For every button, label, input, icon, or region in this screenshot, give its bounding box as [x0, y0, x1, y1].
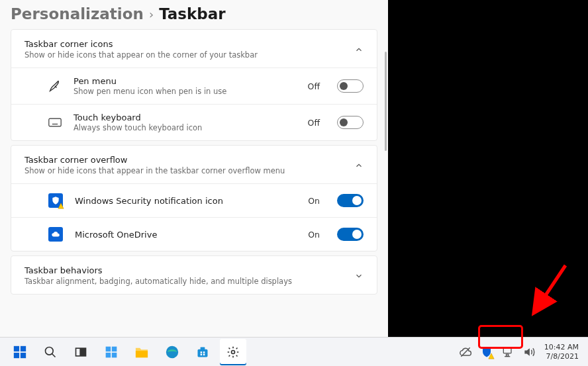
svg-rect-7: [14, 345, 19, 351]
onedrive-toggle[interactable]: [337, 228, 364, 241]
svg-rect-14: [81, 348, 86, 356]
svg-line-12: [52, 353, 56, 357]
svg-rect-16: [112, 346, 117, 351]
svg-rect-29: [503, 347, 511, 353]
svg-line-6: [539, 265, 565, 305]
svg-rect-10: [21, 352, 26, 357]
tray-onedrive-icon[interactable]: [458, 345, 473, 359]
chevron-up-icon: [354, 45, 364, 54]
clock-date: 7/8/2021: [546, 352, 579, 361]
svg-point-11: [46, 347, 54, 355]
chevron-up-icon: [354, 161, 364, 170]
row-pen-menu: Pen menu Show pen menu icon when pen is …: [11, 68, 377, 104]
card-behaviors: Taskbar behaviors Taskbar alignment, bad…: [11, 255, 377, 295]
breadcrumb: Personalization › Taskbar: [11, 0, 377, 29]
taskbar-pinned-apps: [5, 339, 246, 365]
corner-icons-sub: Show or hide icons that appear on the co…: [24, 50, 258, 60]
svg-rect-19: [136, 351, 148, 357]
corner-overflow-header[interactable]: Taskbar corner overflow Show or hide ico…: [11, 146, 377, 183]
row-touch-keyboard: Touch keyboard Always show touch keyboar…: [11, 104, 377, 140]
svg-rect-18: [112, 352, 117, 357]
touch-keyboard-sub: Always show touch keyboard icon: [74, 123, 296, 132]
behaviors-sub: Taskbar alignment, badging, automaticall…: [24, 277, 292, 286]
settings-app-button[interactable]: [220, 339, 246, 365]
svg-point-20: [166, 345, 178, 357]
taskbar: 10:42 AM 7/8/2021: [0, 337, 588, 366]
svg-rect-17: [106, 352, 111, 357]
widgets-button[interactable]: [98, 339, 124, 365]
annotation-arrow: [526, 259, 579, 318]
svg-rect-25: [201, 353, 203, 355]
pen-menu-sub: Show pen menu icon when pen is in use: [74, 87, 296, 96]
svg-rect-26: [203, 353, 205, 355]
pen-menu-title: Pen menu: [74, 76, 296, 86]
desktop-background: [388, 0, 588, 337]
search-button[interactable]: [37, 339, 64, 365]
svg-rect-0: [49, 118, 61, 126]
chevron-down-icon: [354, 271, 364, 281]
microsoft-store-button[interactable]: [189, 339, 216, 365]
touch-keyboard-toggle[interactable]: [337, 116, 364, 129]
chevron-right-icon: ›: [149, 7, 154, 21]
corner-overflow-title: Taskbar corner overflow: [24, 155, 285, 165]
windows-security-title: Windows Security notification icon: [75, 196, 296, 206]
task-view-button[interactable]: [68, 339, 94, 365]
svg-rect-9: [14, 352, 19, 357]
taskbar-clock[interactable]: 10:42 AM 7/8/2021: [540, 343, 583, 360]
windows-security-toggle[interactable]: [337, 194, 364, 207]
touch-keyboard-state: Off: [308, 118, 320, 128]
onedrive-title: Microsoft OneDrive: [75, 230, 296, 240]
svg-rect-8: [21, 345, 26, 351]
breadcrumb-current: Taskbar: [159, 5, 226, 23]
windows-security-icon: [48, 193, 63, 208]
behaviors-title: Taskbar behaviors: [24, 265, 292, 275]
svg-rect-21: [198, 349, 208, 357]
windows-security-state: On: [308, 196, 320, 206]
top-area: Personalization › Taskbar Taskbar corner…: [0, 0, 588, 337]
tray-windows-security-icon[interactable]: [479, 345, 494, 359]
tray-volume-icon[interactable]: [522, 345, 536, 359]
touch-keyboard-title: Touch keyboard: [74, 113, 296, 122]
corner-icons-header[interactable]: Taskbar corner icons Show or hide icons …: [11, 30, 377, 68]
tray-network-icon[interactable]: [501, 345, 515, 359]
clock-time: 10:42 AM: [544, 343, 579, 351]
card-corner-overflow: Taskbar corner overflow Show or hide ico…: [11, 145, 377, 252]
row-onedrive: Microsoft OneDrive On: [11, 217, 377, 251]
scrollbar-thumb[interactable]: [385, 52, 387, 151]
svg-rect-23: [201, 351, 203, 353]
onedrive-icon: [48, 227, 63, 242]
svg-rect-24: [203, 351, 205, 353]
breadcrumb-parent[interactable]: Personalization: [11, 5, 144, 23]
svg-rect-30: [506, 354, 508, 356]
pen-icon: [48, 79, 62, 93]
svg-point-27: [232, 350, 235, 353]
corner-overflow-sub: Show or hide icons that appear in the ta…: [24, 166, 285, 175]
start-button[interactable]: [7, 339, 33, 365]
settings-panel: Personalization › Taskbar Taskbar corner…: [0, 0, 388, 337]
pen-menu-state: Off: [308, 81, 320, 91]
svg-rect-13: [76, 348, 81, 356]
svg-rect-15: [106, 346, 111, 351]
file-explorer-button[interactable]: [128, 339, 155, 365]
taskbar-tray: 10:42 AM 7/8/2021: [456, 343, 583, 360]
behaviors-header[interactable]: Taskbar behaviors Taskbar alignment, bad…: [11, 256, 377, 294]
keyboard-icon: [48, 116, 62, 129]
card-corner-icons: Taskbar corner icons Show or hide icons …: [11, 29, 377, 141]
screen: Personalization › Taskbar Taskbar corner…: [0, 0, 588, 366]
row-windows-security: Windows Security notification icon On: [11, 183, 377, 217]
pen-menu-toggle[interactable]: [337, 79, 364, 93]
edge-button[interactable]: [159, 339, 185, 365]
corner-icons-title: Taskbar corner icons: [24, 39, 258, 49]
svg-rect-22: [201, 347, 205, 349]
onedrive-state: On: [308, 230, 320, 240]
